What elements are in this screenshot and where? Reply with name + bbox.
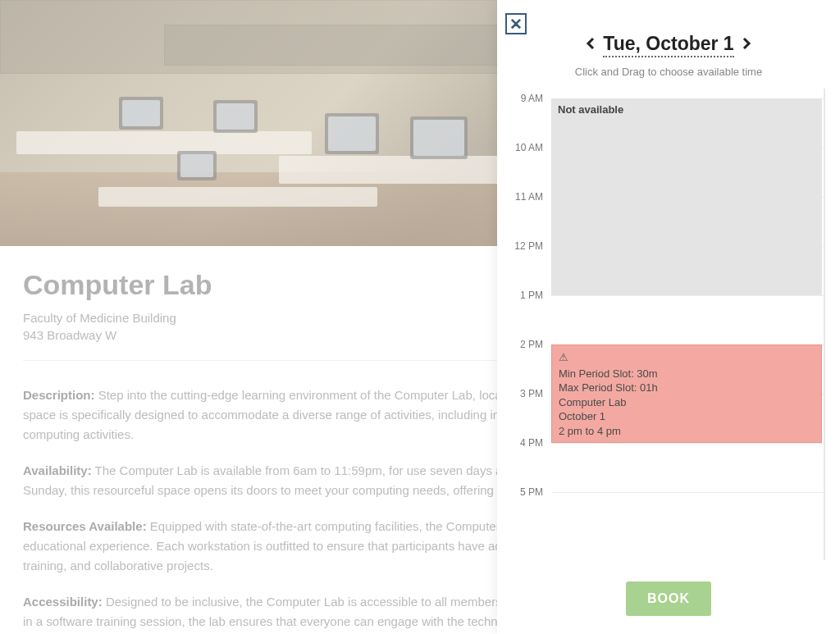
chevron-right-icon (741, 36, 752, 51)
unavailable-label: Not available (558, 103, 623, 116)
selected-date[interactable]: Tue, October 1 (603, 33, 733, 57)
time-axis: 9 AM 10 AM 11 AM 12 PM 1 PM 2 PM 3 PM 4 … (502, 89, 548, 560)
time-calendar[interactable]: 9 AM 10 AM 11 AM 12 PM 1 PM 2 PM 3 PM 4 … (502, 89, 825, 560)
time-label: 2 PM (520, 339, 543, 350)
time-label: 11 AM (515, 191, 543, 203)
grid-right-edge (824, 89, 825, 560)
description-label: Description: (23, 388, 95, 402)
time-label: 4 PM (520, 437, 543, 449)
drag-hint: Click and Drag to choose available time (497, 66, 840, 78)
close-button[interactable]: ✕ (505, 13, 527, 34)
unavailable-block: Not available (551, 98, 822, 295)
date-navigation: Tue, October 1 Click and Drag to choose … (497, 33, 840, 78)
time-grid[interactable]: Not available ⚠ Min Period Slot: 30m Max… (551, 89, 825, 560)
close-icon: ✕ (509, 16, 523, 32)
min-period-text: Min Period Slot: 30m (559, 367, 658, 380)
book-button[interactable]: BOOK (626, 582, 711, 616)
next-day-button[interactable] (739, 34, 754, 56)
time-label: 1 PM (520, 290, 543, 301)
selection-date: October 1 (559, 410, 605, 422)
max-period-text: Max Period Slot: 01h (559, 381, 658, 394)
selection-resource: Computer Lab (559, 396, 626, 408)
accessibility-label: Accessibility: (23, 595, 103, 609)
booking-sidebar: ✕ Tue, October 1 Click and Drag to choos… (497, 0, 840, 634)
selection-time-range: 2 pm to 4 pm (559, 425, 621, 437)
warning-icon: ⚠ (559, 350, 568, 365)
time-label: 5 PM (520, 486, 543, 498)
prev-day-button[interactable] (583, 34, 598, 56)
time-label: 10 AM (515, 142, 543, 153)
time-label: 12 PM (514, 240, 543, 252)
chevron-left-icon (585, 36, 596, 51)
time-label: 9 AM (521, 93, 543, 104)
selected-time-block[interactable]: ⚠ Min Period Slot: 30m Max Period Slot: … (551, 344, 822, 443)
availability-label: Availability: (23, 463, 92, 477)
time-label: 3 PM (520, 388, 543, 399)
resources-label: Resources Available: (23, 519, 147, 533)
